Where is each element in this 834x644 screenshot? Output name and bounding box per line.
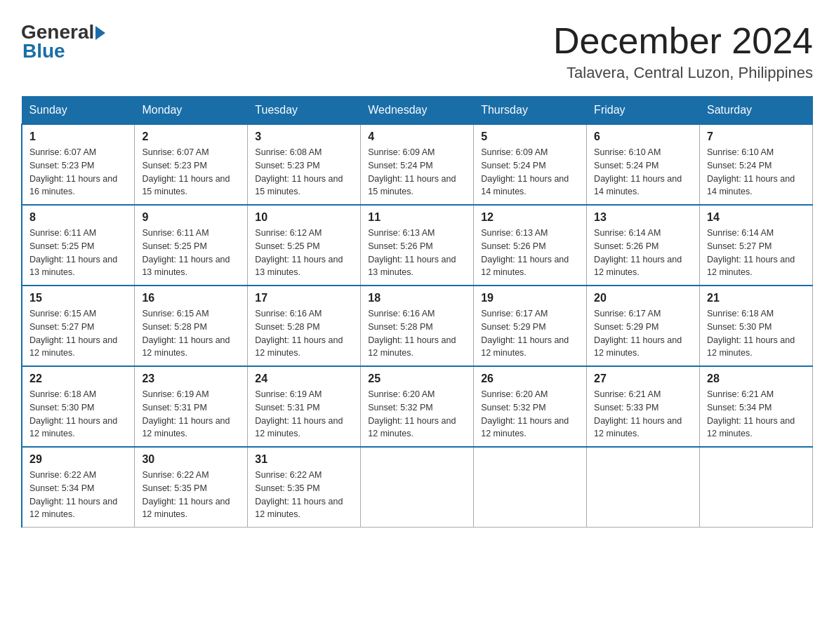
day-cell: 4Sunrise: 6:09 AMSunset: 5:24 PMDaylight…	[361, 124, 474, 205]
day-cell: 1Sunrise: 6:07 AMSunset: 5:23 PMDaylight…	[22, 124, 135, 205]
day-info: Sunrise: 6:22 AMSunset: 5:35 PMDaylight:…	[255, 469, 353, 521]
day-number: 16	[142, 292, 240, 304]
day-number: 12	[481, 211, 579, 224]
day-number: 4	[368, 130, 466, 143]
day-number: 3	[255, 130, 353, 143]
day-cell: 18Sunrise: 6:16 AMSunset: 5:28 PMDayligh…	[361, 286, 474, 366]
day-info: Sunrise: 6:17 AMSunset: 5:29 PMDaylight:…	[481, 307, 579, 360]
header-cell-monday: Monday	[135, 97, 248, 125]
day-cell: 7Sunrise: 6:10 AMSunset: 5:24 PMDaylight…	[700, 124, 813, 205]
week-row-5: 29Sunrise: 6:22 AMSunset: 5:34 PMDayligh…	[22, 447, 813, 528]
day-cell: 6Sunrise: 6:10 AMSunset: 5:24 PMDaylight…	[587, 124, 700, 205]
day-info: Sunrise: 6:11 AMSunset: 5:25 PMDaylight:…	[29, 227, 127, 279]
week-row-3: 15Sunrise: 6:15 AMSunset: 5:27 PMDayligh…	[22, 286, 813, 366]
day-cell: 24Sunrise: 6:19 AMSunset: 5:31 PMDayligh…	[248, 366, 361, 447]
day-number: 9	[142, 211, 240, 224]
calendar-table: SundayMondayTuesdayWednesdayThursdayFrid…	[21, 96, 813, 528]
week-row-1: 1Sunrise: 6:07 AMSunset: 5:23 PMDaylight…	[22, 124, 813, 205]
day-number: 28	[707, 373, 805, 385]
day-cell: 17Sunrise: 6:16 AMSunset: 5:28 PMDayligh…	[248, 286, 361, 366]
day-info: Sunrise: 6:16 AMSunset: 5:28 PMDaylight:…	[368, 307, 466, 360]
day-number: 27	[594, 373, 692, 385]
day-number: 25	[368, 373, 466, 385]
day-cell: 14Sunrise: 6:14 AMSunset: 5:27 PMDayligh…	[700, 205, 813, 286]
day-number: 17	[255, 292, 353, 304]
day-info: Sunrise: 6:21 AMSunset: 5:34 PMDaylight:…	[707, 388, 805, 441]
day-cell: 31Sunrise: 6:22 AMSunset: 5:35 PMDayligh…	[248, 447, 361, 528]
day-number: 7	[707, 130, 805, 143]
day-info: Sunrise: 6:14 AMSunset: 5:27 PMDaylight:…	[707, 227, 805, 279]
day-cell: 15Sunrise: 6:15 AMSunset: 5:27 PMDayligh…	[22, 286, 135, 366]
header-cell-thursday: Thursday	[474, 97, 587, 125]
day-info: Sunrise: 6:15 AMSunset: 5:28 PMDaylight:…	[142, 307, 240, 360]
header-cell-saturday: Saturday	[700, 97, 813, 125]
day-number: 29	[29, 453, 127, 466]
day-number: 2	[142, 130, 240, 143]
logo: General Blue	[21, 21, 105, 62]
header-cell-wednesday: Wednesday	[361, 97, 474, 125]
day-cell	[474, 447, 587, 528]
header-cell-friday: Friday	[587, 97, 700, 125]
day-info: Sunrise: 6:18 AMSunset: 5:30 PMDaylight:…	[29, 388, 127, 441]
week-row-2: 8Sunrise: 6:11 AMSunset: 5:25 PMDaylight…	[22, 205, 813, 286]
day-number: 23	[142, 373, 240, 385]
day-number: 1	[29, 130, 127, 143]
day-number: 14	[707, 211, 805, 224]
day-info: Sunrise: 6:18 AMSunset: 5:30 PMDaylight:…	[707, 307, 805, 360]
day-number: 31	[255, 453, 353, 466]
day-info: Sunrise: 6:22 AMSunset: 5:35 PMDaylight:…	[142, 469, 240, 521]
day-cell: 5Sunrise: 6:09 AMSunset: 5:24 PMDaylight…	[474, 124, 587, 205]
day-info: Sunrise: 6:16 AMSunset: 5:28 PMDaylight:…	[255, 307, 353, 360]
month-title: December 2024	[553, 21, 813, 61]
day-number: 26	[481, 373, 579, 385]
day-cell: 20Sunrise: 6:17 AMSunset: 5:29 PMDayligh…	[587, 286, 700, 366]
day-number: 8	[29, 211, 127, 224]
day-number: 6	[594, 130, 692, 143]
week-row-4: 22Sunrise: 6:18 AMSunset: 5:30 PMDayligh…	[22, 366, 813, 447]
day-number: 15	[29, 292, 127, 304]
day-cell	[587, 447, 700, 528]
day-info: Sunrise: 6:22 AMSunset: 5:34 PMDaylight:…	[29, 469, 127, 521]
header-cell-sunday: Sunday	[22, 97, 135, 125]
page-header: General Blue December 2024 Talavera, Cen…	[21, 21, 813, 82]
day-number: 21	[707, 292, 805, 304]
header-row: SundayMondayTuesdayWednesdayThursdayFrid…	[22, 97, 813, 125]
logo-arrow-icon	[95, 26, 105, 40]
day-info: Sunrise: 6:11 AMSunset: 5:25 PMDaylight:…	[142, 227, 240, 279]
day-number: 10	[255, 211, 353, 224]
day-cell: 19Sunrise: 6:17 AMSunset: 5:29 PMDayligh…	[474, 286, 587, 366]
day-number: 19	[481, 292, 579, 304]
day-cell: 30Sunrise: 6:22 AMSunset: 5:35 PMDayligh…	[135, 447, 248, 528]
day-number: 22	[29, 373, 127, 385]
location-title: Talavera, Central Luzon, Philippines	[553, 64, 813, 82]
calendar-body: 1Sunrise: 6:07 AMSunset: 5:23 PMDaylight…	[22, 124, 813, 528]
day-number: 24	[255, 373, 353, 385]
day-number: 20	[594, 292, 692, 304]
day-number: 18	[368, 292, 466, 304]
day-cell	[700, 447, 813, 528]
day-info: Sunrise: 6:21 AMSunset: 5:33 PMDaylight:…	[594, 388, 692, 441]
day-info: Sunrise: 6:08 AMSunset: 5:23 PMDaylight:…	[255, 146, 353, 199]
day-cell: 3Sunrise: 6:08 AMSunset: 5:23 PMDaylight…	[248, 124, 361, 205]
day-info: Sunrise: 6:19 AMSunset: 5:31 PMDaylight:…	[142, 388, 240, 441]
day-cell: 11Sunrise: 6:13 AMSunset: 5:26 PMDayligh…	[361, 205, 474, 286]
day-info: Sunrise: 6:07 AMSunset: 5:23 PMDaylight:…	[142, 146, 240, 199]
day-info: Sunrise: 6:19 AMSunset: 5:31 PMDaylight:…	[255, 388, 353, 441]
day-cell: 8Sunrise: 6:11 AMSunset: 5:25 PMDaylight…	[22, 205, 135, 286]
logo-blue-text: Blue	[22, 40, 65, 62]
day-cell: 25Sunrise: 6:20 AMSunset: 5:32 PMDayligh…	[361, 366, 474, 447]
day-info: Sunrise: 6:07 AMSunset: 5:23 PMDaylight:…	[29, 146, 127, 199]
day-cell: 29Sunrise: 6:22 AMSunset: 5:34 PMDayligh…	[22, 447, 135, 528]
day-info: Sunrise: 6:13 AMSunset: 5:26 PMDaylight:…	[368, 227, 466, 279]
calendar-header: SundayMondayTuesdayWednesdayThursdayFrid…	[22, 97, 813, 125]
day-info: Sunrise: 6:14 AMSunset: 5:26 PMDaylight:…	[594, 227, 692, 279]
day-cell: 23Sunrise: 6:19 AMSunset: 5:31 PMDayligh…	[135, 366, 248, 447]
day-cell: 9Sunrise: 6:11 AMSunset: 5:25 PMDaylight…	[135, 205, 248, 286]
day-cell: 2Sunrise: 6:07 AMSunset: 5:23 PMDaylight…	[135, 124, 248, 205]
day-cell: 26Sunrise: 6:20 AMSunset: 5:32 PMDayligh…	[474, 366, 587, 447]
day-info: Sunrise: 6:09 AMSunset: 5:24 PMDaylight:…	[368, 146, 466, 199]
day-cell: 13Sunrise: 6:14 AMSunset: 5:26 PMDayligh…	[587, 205, 700, 286]
day-info: Sunrise: 6:09 AMSunset: 5:24 PMDaylight:…	[481, 146, 579, 199]
day-info: Sunrise: 6:15 AMSunset: 5:27 PMDaylight:…	[29, 307, 127, 360]
day-cell: 12Sunrise: 6:13 AMSunset: 5:26 PMDayligh…	[474, 205, 587, 286]
